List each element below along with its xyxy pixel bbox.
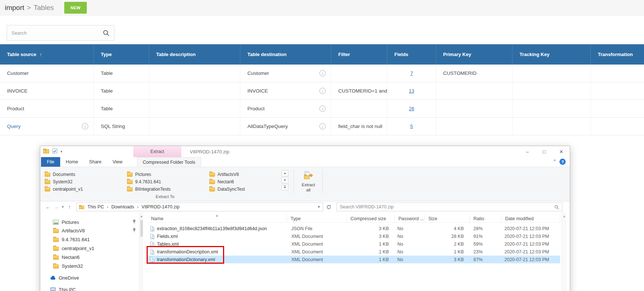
file-type: JSON File	[287, 225, 347, 232]
grid-header-cell[interactable]: Tracking Key	[513, 44, 591, 65]
address-box[interactable]: This PC›Downloads›V8PROD-1470.zip ▼	[76, 202, 323, 211]
address-dropdown-icon[interactable]: ▼	[317, 205, 321, 209]
extract-destination-item[interactable]: ArtifactsV8	[208, 171, 287, 178]
file-list-header-cell[interactable]: ▲ Password ...	[395, 215, 425, 222]
nav-item-centralpoint-v1[interactable]: centralpoint_v1	[53, 244, 138, 252]
extract-destination-item[interactable]: Nectari6	[208, 178, 287, 185]
file-list-header-cell[interactable]: ▲ Type	[287, 215, 347, 222]
tab-file[interactable]: File	[41, 157, 60, 167]
minimize-button[interactable]: –	[519, 146, 536, 157]
extract-destination-item[interactable]: DataSyncTest	[208, 186, 287, 193]
tab-home[interactable]: Home	[60, 157, 83, 167]
fields-count-link[interactable]: 7	[410, 70, 413, 76]
ribbon-collapse-icon[interactable]: ^	[554, 159, 556, 163]
file-type: XML Document	[287, 256, 347, 263]
nav-item-nectari6[interactable]: Nectari6	[53, 253, 138, 261]
info-icon[interactable]	[319, 70, 326, 76]
info-icon[interactable]	[319, 123, 326, 129]
nav-item-9-4-7631-641[interactable]: 9.4.7631.641	[53, 235, 138, 243]
extract-all-button[interactable]: Extract all	[298, 168, 319, 195]
scroll-thumb[interactable]	[140, 220, 143, 237]
table-destination-cell: Customer	[240, 65, 331, 82]
extract-destination-item[interactable]: centralpoint_v1	[43, 186, 123, 193]
transformation-value	[591, 82, 644, 100]
grid-header-cell[interactable]: Transformation	[591, 44, 644, 65]
table-row[interactable]: Customer Table Customer 7 CUSTOMERID	[0, 65, 644, 82]
file-list-header-cell[interactable]: ▲ Ratio	[470, 215, 501, 222]
address-crumb[interactable]: Downloads	[110, 204, 135, 209]
file-list-header-cell[interactable]: ▲ Date modified	[501, 215, 560, 222]
table-destination-cell: INVOICE	[240, 82, 331, 100]
properties-check-icon[interactable]	[52, 149, 57, 155]
scroll-up-icon[interactable]: ▲	[140, 215, 143, 218]
up-icon[interactable]: ↑	[65, 204, 73, 210]
extract-destination-item[interactable]: BIIntegrationTests	[126, 186, 205, 193]
info-icon[interactable]	[319, 88, 326, 94]
nav-item-system32[interactable]: System32	[53, 262, 138, 270]
file-list-scrollbar[interactable]: ▲	[562, 212, 566, 291]
file-row[interactable]: Fields.xml XML Document 3 KB No 28 KB 91…	[147, 232, 560, 240]
folder-icon	[53, 228, 59, 233]
address-crumb[interactable]: V8PROD-1470.zip	[140, 204, 181, 209]
help-icon[interactable]: ?	[559, 159, 566, 165]
grid-header-cell[interactable]: Primary Key	[436, 44, 513, 65]
fields-count-link[interactable]: 26	[409, 106, 414, 111]
tracking-key-value	[513, 100, 591, 117]
explorer-search-input[interactable]	[340, 204, 554, 209]
back-icon[interactable]: ←	[44, 204, 52, 210]
pin-icon	[133, 228, 136, 233]
file-row[interactable]: extraction_8108ec8234ff4b11a139e8f3d941d…	[147, 225, 560, 232]
grid-header-cell[interactable]: Filter	[331, 44, 387, 65]
tab-compressed-folder-tools[interactable]: Compressed Folder Tools	[137, 157, 201, 167]
address-crumb[interactable]: This PC	[86, 204, 105, 209]
history-dropdown-icon[interactable]: ▼	[60, 205, 65, 209]
table-row[interactable]: Query SQL String AllDataTypeQuery field_…	[0, 118, 644, 135]
extract-destination-item[interactable]: System32	[43, 178, 123, 185]
table-row[interactable]: INVOICE Table INVOICE CUSTOMERID=1 and ……	[0, 82, 644, 100]
fields-count-link[interactable]: 13	[409, 88, 414, 94]
fields-count-link[interactable]: 5	[410, 124, 413, 129]
nav-scrollbar[interactable]: ▲	[139, 212, 143, 291]
grid-header-cell[interactable]: Table source ↑	[0, 44, 94, 65]
grid-header-cell[interactable]: Table destination	[240, 44, 331, 65]
nav-item-this-pc[interactable]: This PC	[50, 285, 136, 291]
nav-item-pictures[interactable]: Pictures	[53, 218, 138, 226]
breadcrumb-section[interactable]: import	[5, 4, 24, 12]
search-icon[interactable]	[554, 205, 559, 209]
maximize-button[interactable]: □	[536, 146, 553, 157]
extract-destination-item[interactable]: Documents	[43, 171, 123, 178]
grid-header-cell[interactable]: Fields	[387, 44, 436, 65]
file-icon	[150, 226, 154, 231]
scroll-up-icon[interactable]: ▲	[562, 215, 566, 218]
info-icon[interactable]	[319, 105, 326, 112]
tab-view[interactable]: View	[107, 157, 128, 167]
extract-destination-item[interactable]: Pictures	[126, 171, 205, 178]
grid-header-cell[interactable]: Table description	[149, 44, 240, 65]
primary-key-value	[436, 100, 513, 117]
info-icon[interactable]	[82, 123, 88, 129]
refresh-icon[interactable]	[326, 205, 331, 209]
nav-item-onedrive[interactable]: OneDrive	[50, 274, 136, 282]
gallery-more-icon[interactable]: ▼	[281, 184, 288, 190]
tab-share[interactable]: Share	[83, 157, 107, 167]
nav-item-artifactsv8[interactable]: ArtifactsV8	[53, 226, 138, 235]
breadcrumb-chevron-icon[interactable]: ›	[136, 204, 140, 209]
gallery-scroll-up-icon[interactable]: ▲	[281, 170, 288, 176]
title-bar[interactable]: ▾ Extract V8PROD-1470.zip – □ ✕	[40, 146, 570, 157]
breadcrumb-chevron-icon[interactable]: ›	[106, 204, 109, 209]
file-name-cell: Fields.xml	[147, 232, 287, 240]
folder-icon	[127, 187, 133, 191]
file-list-header-cell[interactable]: ▲ Compressed size	[347, 215, 395, 222]
quick-access-dropdown-icon[interactable]: ▾	[61, 150, 62, 153]
search-input[interactable]	[11, 30, 103, 36]
file-list-header-cell[interactable]: ▲ Size	[425, 215, 470, 222]
file-list-header-cell[interactable]: ▲ Name	[147, 215, 287, 222]
table-row[interactable]: Product Table Product 26	[0, 100, 644, 118]
new-badge[interactable]: NEW	[64, 2, 87, 14]
close-button[interactable]: ✕	[553, 146, 570, 157]
forward-icon[interactable]: →	[52, 204, 60, 210]
grid-header-cell[interactable]: Type	[94, 44, 149, 65]
gallery-scroll-down-icon[interactable]: ▼	[281, 177, 288, 183]
extract-destination-item[interactable]: 9.4.7631.641	[126, 178, 205, 185]
search-icon[interactable]	[103, 30, 110, 37]
